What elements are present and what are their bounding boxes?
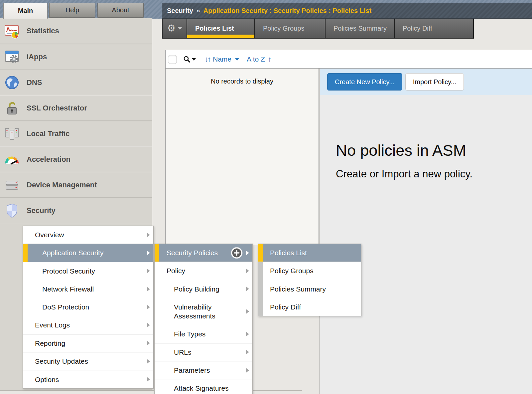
menu-gutter [155,343,159,361]
menu-item-reporting[interactable]: Reporting [23,334,153,352]
submenu-arrow-icon [147,341,150,345]
menu-item-parameters[interactable]: Parameters [155,361,252,379]
menu-item-label: Application Security [28,244,103,262]
tab-label: Policies Summary [333,25,387,32]
sidebar-item-label: Statistics [27,27,59,35]
search-button[interactable] [179,50,200,68]
menu-item-attack-signatures[interactable]: Attack Signatures [155,379,252,394]
sidebar-item-iapps[interactable]: iApps [0,44,152,70]
menu-item-label: Attack Signatures [159,379,229,394]
menu-item-policy-building[interactable]: Policy Building [155,280,252,298]
menu-item-network-firewall[interactable]: Network Firewall [23,280,153,298]
tab-label: Policies List [195,25,234,32]
top-tab-main[interactable]: Main [3,3,48,19]
menu-item-application-security[interactable]: Application Security [23,244,153,262]
menu-item-policies-list[interactable]: Policies List [258,244,361,262]
menu-item-policy-groups[interactable]: Policy Groups [258,262,361,280]
submenu-arrow-icon [147,323,150,327]
import-policy-button[interactable]: Import Policy... [405,73,464,91]
submenu-arrow-icon [147,359,150,364]
breadcrumb: Security » Application Security : Securi… [162,3,532,19]
sidebar-item-security[interactable]: Security [0,198,152,223]
sidebar-item-label: Acceleration [27,155,70,164]
tab-policies-list[interactable]: Policies List [187,19,255,38]
statistics-icon [4,23,20,39]
sort-field-label[interactable]: Name [213,55,231,63]
tab-policies-summary[interactable]: Policies Summary [326,19,395,38]
ssl-orchestrator-icon [4,100,20,116]
menu-item-security-policies[interactable]: Security Policies [155,244,252,262]
menu-item-dos-protection[interactable]: DoS Protection [23,298,153,316]
menu-gutter [155,325,159,343]
acceleration-icon [4,151,20,167]
menu-item-policy-diff[interactable]: Policy Diff [258,298,361,316]
menu-item-label: Options [28,371,59,388]
menu-item-file-types[interactable]: File Types [155,325,252,343]
menu-item-event-logs[interactable]: Event Logs [23,316,153,334]
menu-gutter [258,298,263,316]
sidebar-item-acceleration[interactable]: Acceleration [0,146,152,172]
menu-item-policies-summary[interactable]: Policies Summary [258,280,361,298]
menu-item-vulnerability-assessments[interactable]: Vulnerability Assessments [155,298,252,325]
tab-policy-groups[interactable]: Policy Groups [255,19,326,38]
sidebar-item-dns[interactable]: DNS [0,70,152,95]
sidebar-item-label: Local Traffic [27,129,70,138]
menu-gutter [23,280,28,298]
menu-item-policy[interactable]: Policy [155,262,252,280]
menu-gutter [155,298,159,325]
menu-item-label: File Types [159,325,205,343]
create-new-policy-button[interactable]: Create New Policy... [327,73,402,91]
sort-direction-label[interactable]: A to Z [247,55,265,63]
device-management-icon [4,177,20,193]
security-policies-submenu: Policies ListPolicy GroupsPolicies Summa… [258,244,361,316]
selected-indicator [23,244,28,262]
submenu-arrow-icon [147,251,150,255]
menu-gutter [23,352,28,370]
menu-item-label: Vulnerability Assessments [159,298,246,325]
add-policy-plus-icon[interactable] [231,247,243,259]
submenu-arrow-icon [246,350,249,354]
content-tabstrip: ⚙ Policies ListPolicy GroupsPolicies Sum… [162,19,474,39]
empty-state-subtitle: Create or Import a new policy. [336,168,532,180]
submenu-arrow-icon [246,287,249,291]
sort-updown-icon: ↓↑ [205,55,210,64]
tab-label: Policy Groups [263,25,305,32]
menu-item-urls[interactable]: URLs [155,343,252,361]
tab-policy-diff[interactable]: Policy Diff [395,19,473,38]
sidebar-item-device-management[interactable]: Device Management [0,172,152,198]
page-settings-button[interactable]: ⚙ [163,19,187,38]
sort-control[interactable]: ↓↑ Name A to Z ↑ [200,50,279,68]
sidebar-item-statistics[interactable]: Statistics [0,18,152,44]
menu-gutter [23,298,28,316]
empty-state-title: No policies in ASM [336,141,532,159]
top-tab-help[interactable]: Help [49,3,95,18]
policy-action-bar: Create New Policy... Import Policy... [320,69,532,95]
menu-item-label: Policy Diff [263,298,301,316]
dns-icon [4,75,20,91]
top-tab-about[interactable]: About [97,3,144,18]
submenu-arrow-icon [246,368,249,373]
menu-item-options[interactable]: Options [23,370,153,388]
menu-item-label: Policy Groups [263,262,314,280]
sidebar-item-label: iApps [27,53,47,61]
menu-item-security-updates[interactable]: Security Updates [23,352,153,370]
breadcrumb-section[interactable]: Security [167,7,193,15]
menu-item-label: Event Logs [28,316,70,334]
search-dropdown-caret-icon [192,58,196,61]
selected-indicator [155,244,159,262]
menu-item-label: Policies Summary [263,280,326,298]
sidebar-item-ssl-orchestrator[interactable]: SSL Orchestrator [0,95,152,121]
menu-gutter [155,262,159,280]
sidebar-item-label: Security [27,206,56,215]
tab-label: Policy Diff [403,25,432,32]
menu-item-label: Protocol Security [28,262,95,280]
submenu-arrow-icon [147,305,150,309]
menu-gutter [258,262,263,280]
sidebar-item-local-traffic[interactable]: Local Traffic [0,121,152,146]
menu-item-protocol-security[interactable]: Protocol Security [23,262,153,280]
menu-item-overview[interactable]: Overview [23,226,153,244]
menu-item-label: Overview [28,226,64,244]
menu-item-label: Parameters [159,361,210,379]
select-all-checkbox[interactable] [168,55,177,64]
bigip-security-page: MainHelpAbout Security » Application Sec… [0,0,532,394]
